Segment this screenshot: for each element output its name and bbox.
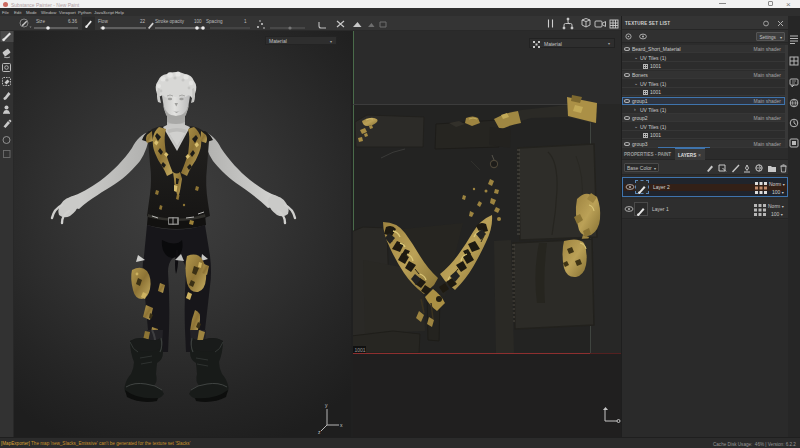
svg-text:y: y bbox=[325, 402, 328, 408]
svg-text:1001: 1001 bbox=[355, 347, 366, 353]
svg-text:x: x bbox=[340, 422, 343, 428]
svg-text:z: z bbox=[318, 429, 321, 435]
